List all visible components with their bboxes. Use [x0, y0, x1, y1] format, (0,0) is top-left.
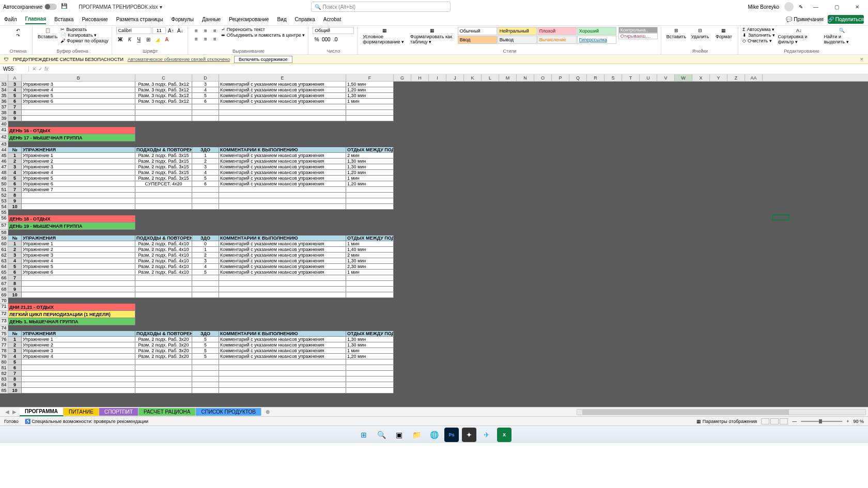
user-name[interactable]: Mike Boreyko	[748, 4, 779, 10]
row-header[interactable]: 65	[0, 270, 8, 275]
row-header[interactable]: 79	[0, 354, 8, 359]
save-icon[interactable]: 💾	[61, 3, 68, 10]
cell[interactable]: 8	[8, 110, 22, 116]
cell[interactable]	[192, 281, 219, 287]
row-header[interactable]: 51	[0, 187, 8, 193]
cell[interactable]	[135, 193, 192, 198]
row-header[interactable]: 74	[0, 325, 8, 331]
row-header[interactable]: 36	[0, 99, 8, 104]
cell[interactable]	[346, 365, 394, 371]
start-icon[interactable]: ⊞	[357, 428, 371, 442]
cell[interactable]: 1,20 мин	[346, 354, 394, 359]
increase-font-icon[interactable]: A↑	[167, 27, 175, 34]
cell[interactable]: Комментарий с указанием нюансов упражнен…	[219, 337, 346, 342]
cell[interactable]: Разм. 2 подх. Раб. 3х20	[135, 337, 192, 342]
cell[interactable]: 5	[8, 176, 22, 181]
cell[interactable]: №	[8, 147, 22, 153]
cell[interactable]	[219, 193, 346, 198]
format-painter-button[interactable]: 🖌 Формат по образцу	[60, 38, 109, 43]
col-header[interactable]: B	[22, 74, 135, 81]
cell[interactable]: 6	[8, 181, 22, 187]
cell[interactable]: 1,20 мин	[346, 87, 394, 93]
cell[interactable]: 1	[192, 247, 219, 253]
cell[interactable]	[192, 204, 219, 210]
cell[interactable]: 1	[8, 153, 22, 159]
cut-button[interactable]: ✂ Вырезать	[60, 27, 109, 32]
cell[interactable]: 4	[8, 258, 22, 264]
col-header[interactable]: M	[499, 74, 517, 81]
name-box[interactable]: W55	[0, 66, 29, 72]
cell[interactable]	[135, 204, 192, 210]
enable-content-button[interactable]: Включить содержимое	[234, 56, 292, 63]
tab-data[interactable]: Данные	[202, 15, 221, 24]
cell[interactable]: Упражнение 7	[22, 187, 135, 193]
row-header[interactable]: 43	[0, 141, 8, 147]
row-header[interactable]: 55	[0, 210, 8, 215]
cell[interactable]: Комментарий с указанием нюансов упражнен…	[219, 258, 346, 264]
size-selector[interactable]: 11	[152, 27, 166, 34]
cell[interactable]	[219, 104, 346, 110]
cell[interactable]: 4	[192, 170, 219, 176]
cell[interactable]	[192, 187, 219, 193]
cell[interactable]	[22, 376, 135, 382]
cell[interactable]	[219, 376, 346, 382]
cell[interactable]	[22, 371, 135, 376]
cell[interactable]	[346, 359, 394, 365]
cell[interactable]: 5	[8, 264, 22, 270]
cell[interactable]: ОТДЫХ МЕЖДУ ПОДХ.	[346, 331, 394, 337]
cell[interactable]: 1,40 мин	[346, 247, 394, 253]
warning-close-icon[interactable]: ✕	[860, 57, 864, 62]
page-break-icon[interactable]	[780, 418, 788, 424]
cell[interactable]: 1,30 мин	[346, 159, 394, 164]
cell[interactable]: Разм. 2 подх. Раб. 4х10	[135, 270, 192, 275]
col-header[interactable]: W	[675, 74, 692, 81]
cell[interactable]: Разм. 3 подх. Раб. 3х12	[135, 82, 192, 87]
accept-fx-icon[interactable]: ✓	[38, 66, 42, 72]
cell[interactable]	[192, 365, 219, 371]
cell[interactable]	[346, 376, 394, 382]
cell[interactable]	[22, 198, 135, 204]
cell[interactable]: Разм. 3 подх. Раб. 3х12	[135, 99, 192, 104]
cell[interactable]	[135, 365, 192, 371]
cell[interactable]: Комментарий с указанием нюансов упражнен…	[219, 170, 346, 176]
cell[interactable]	[192, 275, 219, 281]
cell[interactable]: 1	[192, 153, 219, 159]
cell[interactable]	[219, 110, 346, 116]
row-header[interactable]: 52	[0, 193, 8, 198]
row-header[interactable]: 64	[0, 264, 8, 270]
cell[interactable]: Упражнение 3	[22, 82, 135, 87]
col-header[interactable]: Y	[710, 74, 727, 81]
cell[interactable]: Комментарий с указанием нюансов упражнен…	[219, 176, 346, 181]
row-header[interactable]: 56	[0, 215, 8, 223]
cell[interactable]: 1,30 мин	[346, 258, 394, 264]
cell[interactable]: Упражнение 1	[22, 337, 135, 342]
display-settings-button[interactable]: ▦ Параметры отображения	[696, 419, 757, 424]
cell[interactable]: КОММЕНТАРИИ К ВЫПОЛНЕНИЮ	[219, 235, 346, 241]
cell[interactable]: 6	[8, 365, 22, 371]
cell[interactable]: Разм. 3 подх. Раб. 3х12	[135, 87, 192, 93]
delete-cells-button[interactable]: ⊟Удалить	[689, 27, 711, 40]
cell[interactable]: 4	[8, 87, 22, 93]
close-button[interactable]: ✕	[849, 2, 865, 12]
cell[interactable]: Упражнение 1	[22, 153, 135, 159]
cell[interactable]: Разм. 2 подх. Раб. 3х20	[135, 342, 192, 348]
row-header[interactable]: 44	[0, 147, 8, 153]
cell[interactable]	[192, 359, 219, 365]
tab-view[interactable]: Вид	[277, 15, 286, 24]
zoom-in-icon[interactable]: +	[846, 419, 849, 424]
row-header[interactable]: 47	[0, 164, 8, 170]
cell[interactable]	[346, 193, 394, 198]
row-header[interactable]: 77	[0, 342, 8, 348]
col-header[interactable]: F	[346, 74, 394, 81]
row-header[interactable]: 48	[0, 170, 8, 176]
zoom-slider[interactable]	[801, 421, 842, 422]
cell[interactable]: Комментарий с указанием нюансов упражнен…	[219, 93, 346, 99]
cell[interactable]: УПРАЖНЕНИЯ	[22, 235, 135, 241]
photoshop-icon[interactable]: Ps	[444, 428, 459, 442]
cell[interactable]: 2	[192, 159, 219, 164]
tab-raschet[interactable]: РАСЧЕТ РАЦИОНА	[138, 408, 196, 416]
tab-file[interactable]: Файл	[4, 15, 17, 24]
accessibility-status[interactable]: ♿ Специальные возможности: проверьте рек…	[25, 419, 148, 424]
cell[interactable]: 1,30 мин	[346, 337, 394, 342]
tab-sportpit[interactable]: СПОРТПИТ	[99, 408, 138, 416]
